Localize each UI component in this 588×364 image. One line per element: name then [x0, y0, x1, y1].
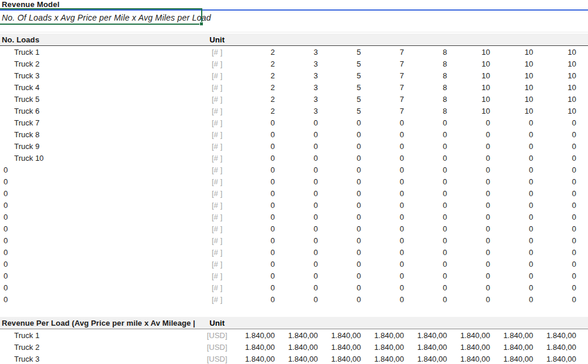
unit-cell[interactable]: [# ]: [201, 260, 234, 269]
row-label-cell[interactable]: Truck 4: [0, 83, 201, 92]
value-cell[interactable]: 0: [363, 213, 406, 221]
value-cell[interactable]: 10: [535, 83, 578, 92]
unit-cell[interactable]: [# ]: [201, 48, 234, 57]
value-cell[interactable]: 3: [277, 71, 320, 80]
value-cell[interactable]: 3: [277, 59, 320, 68]
row-label-cell[interactable]: Truck 8: [0, 130, 201, 139]
section-header-no-loads[interactable]: No. Loads Unit: [0, 34, 588, 46]
unit-cell[interactable]: [# ]: [201, 83, 234, 92]
value-cell[interactable]: 10: [449, 48, 492, 57]
value-cell[interactable]: 0: [234, 177, 277, 186]
value-cell[interactable]: 1.840,00: [492, 343, 535, 352]
value-cell[interactable]: 10: [449, 107, 492, 115]
value-cell[interactable]: 0: [449, 260, 492, 269]
value-cell[interactable]: 0: [449, 236, 492, 245]
value-cell[interactable]: 10: [535, 71, 578, 80]
value-cell[interactable]: 0: [277, 224, 320, 233]
value-cell[interactable]: 10: [492, 71, 535, 80]
value-cell[interactable]: 3: [277, 83, 320, 92]
row-label-cell[interactable]: Truck 3: [0, 355, 201, 363]
value-cell[interactable]: 3: [277, 48, 320, 57]
row-label-cell[interactable]: 0: [0, 189, 201, 198]
value-cell[interactable]: 0: [535, 201, 578, 210]
value-cell[interactable]: 10: [492, 107, 535, 115]
value-cell[interactable]: 0: [234, 236, 277, 245]
value-cell[interactable]: 0: [320, 248, 363, 257]
value-cell[interactable]: 0: [234, 118, 277, 127]
value-cell[interactable]: 1.840,00: [492, 355, 535, 363]
unit-cell[interactable]: [# ]: [201, 154, 234, 163]
value-cell[interactable]: 0: [449, 177, 492, 186]
value-cell[interactable]: 0: [449, 166, 492, 174]
value-cell[interactable]: 0: [535, 248, 578, 257]
value-cell[interactable]: 0: [320, 283, 363, 292]
unit-cell[interactable]: [# ]: [201, 224, 234, 233]
value-cell[interactable]: 0: [406, 236, 449, 245]
value-cell[interactable]: 10: [535, 48, 578, 57]
value-cell[interactable]: 0: [535, 272, 578, 280]
value-cell[interactable]: 0: [406, 213, 449, 221]
value-cell[interactable]: 10: [449, 95, 492, 104]
row-label-cell[interactable]: 0: [0, 260, 201, 269]
value-cell[interactable]: 0: [277, 154, 320, 163]
value-cell[interactable]: 0: [449, 154, 492, 163]
value-cell[interactable]: 0: [406, 272, 449, 280]
value-cell[interactable]: 0: [449, 248, 492, 257]
value-cell[interactable]: 0: [277, 142, 320, 151]
value-cell[interactable]: 7: [363, 83, 406, 92]
value-cell[interactable]: 0: [535, 295, 578, 304]
unit-cell[interactable]: [# ]: [201, 283, 234, 292]
value-cell[interactable]: 0: [234, 189, 277, 198]
value-cell[interactable]: 0: [492, 118, 535, 127]
value-cell[interactable]: 0: [492, 272, 535, 280]
value-cell[interactable]: 0: [492, 236, 535, 245]
unit-cell[interactable]: [# ]: [201, 166, 234, 174]
value-cell[interactable]: 0: [406, 177, 449, 186]
row-label-cell[interactable]: 0: [0, 248, 201, 257]
value-cell[interactable]: 10: [492, 95, 535, 104]
row-label-cell[interactable]: Truck 1: [0, 48, 201, 57]
unit-cell[interactable]: [USD]: [201, 355, 234, 363]
value-cell[interactable]: 0: [320, 213, 363, 221]
value-cell[interactable]: 0: [363, 177, 406, 186]
value-cell[interactable]: 7: [363, 59, 406, 68]
value-cell[interactable]: 0: [363, 142, 406, 151]
value-cell[interactable]: 0: [363, 283, 406, 292]
value-cell[interactable]: 10: [535, 95, 578, 104]
unit-cell[interactable]: [# ]: [201, 201, 234, 210]
value-cell[interactable]: 3: [277, 107, 320, 115]
value-cell[interactable]: 1.840,00: [449, 331, 492, 340]
unit-cell[interactable]: [# ]: [201, 107, 234, 115]
value-cell[interactable]: 1.840,00: [277, 343, 320, 352]
value-cell[interactable]: 0: [406, 142, 449, 151]
value-cell[interactable]: 0: [406, 201, 449, 210]
value-cell[interactable]: 0: [449, 142, 492, 151]
value-cell[interactable]: 0: [535, 142, 578, 151]
value-cell[interactable]: 0: [277, 177, 320, 186]
value-cell[interactable]: 2: [234, 107, 277, 115]
value-cell[interactable]: 0: [277, 236, 320, 245]
value-cell[interactable]: 0: [277, 213, 320, 221]
value-cell[interactable]: 0: [363, 166, 406, 174]
value-cell[interactable]: 0: [234, 272, 277, 280]
value-cell[interactable]: 0: [535, 189, 578, 198]
unit-cell[interactable]: [# ]: [201, 59, 234, 68]
value-cell[interactable]: 0: [492, 142, 535, 151]
value-cell[interactable]: 0: [406, 130, 449, 139]
value-cell[interactable]: 0: [320, 224, 363, 233]
unit-cell[interactable]: [USD]: [201, 331, 234, 340]
unit-cell[interactable]: [# ]: [201, 71, 234, 80]
value-cell[interactable]: 2: [234, 95, 277, 104]
value-cell[interactable]: 1.840,00: [449, 343, 492, 352]
value-cell[interactable]: 1.840,00: [535, 331, 578, 340]
value-cell[interactable]: 0: [406, 224, 449, 233]
value-cell[interactable]: 0: [535, 130, 578, 139]
row-label-cell[interactable]: 0: [0, 283, 201, 292]
value-cell[interactable]: 0: [535, 236, 578, 245]
value-cell[interactable]: 10: [449, 59, 492, 68]
value-cell[interactable]: 2: [234, 71, 277, 80]
value-cell[interactable]: 0: [320, 236, 363, 245]
value-cell[interactable]: 8: [406, 59, 449, 68]
value-cell[interactable]: 0: [535, 224, 578, 233]
unit-cell[interactable]: [# ]: [201, 177, 234, 186]
